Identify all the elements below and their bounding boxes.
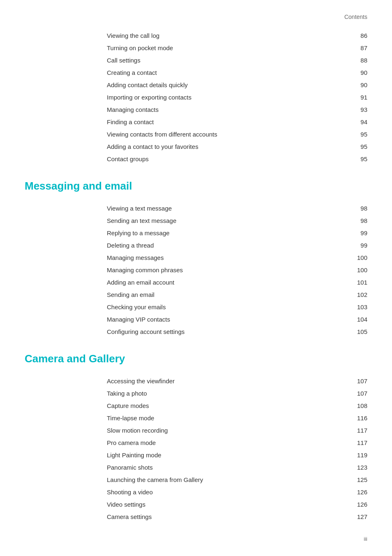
toc-entry-page: 101 xyxy=(351,278,367,287)
toc-entry-text: Importing or exporting contacts xyxy=(107,93,351,102)
toc-entry-text: Sending an email xyxy=(107,290,351,300)
toc-entry[interactable]: Finding a contact94 xyxy=(25,116,367,128)
toc-entry-text: Time-lapse mode xyxy=(107,413,351,423)
toc-section-messaging-section: Messaging and emailViewing a text messag… xyxy=(25,178,367,338)
toc-entry-page: 86 xyxy=(351,31,367,41)
toc-section-camera-section: Camera and GalleryAccessing the viewfind… xyxy=(25,350,367,523)
toc-entry-page: 98 xyxy=(351,204,367,213)
toc-entry-page: 104 xyxy=(351,315,367,324)
toc-entry[interactable]: Viewing contacts from different accounts… xyxy=(25,128,367,141)
toc-entry-page: 95 xyxy=(351,154,367,164)
toc-entry[interactable]: Deleting a thread99 xyxy=(25,239,367,252)
toc-section-contacts-section: Viewing the call log86Turning on pocket … xyxy=(25,30,367,165)
toc-entry-text: Camera settings xyxy=(107,512,351,522)
toc-entry[interactable]: Call settings88 xyxy=(25,54,367,67)
toc-entry-page: 107 xyxy=(351,389,367,398)
toc-entry-text: Viewing the call log xyxy=(107,31,351,41)
toc-entry-page: 116 xyxy=(351,413,367,423)
toc-entry-text: Managing contacts xyxy=(107,105,351,115)
toc-entry-page: 117 xyxy=(351,426,367,436)
toc-entry[interactable]: Viewing the call log86 xyxy=(25,30,367,42)
toc-entry-text: Video settings xyxy=(107,500,351,510)
toc-entry-text: Managing VIP contacts xyxy=(107,315,351,324)
page: Contents Viewing the call log86Turning o… xyxy=(0,0,392,556)
toc-entry-page: 103 xyxy=(351,302,367,312)
toc-entry[interactable]: Managing contacts93 xyxy=(25,104,367,116)
toc-entry-text: Taking a photo xyxy=(107,389,351,398)
toc-entry-text: Adding an email account xyxy=(107,278,351,287)
toc-entry[interactable]: Managing common phrases100 xyxy=(25,264,367,276)
toc-entry-text: Sending an text message xyxy=(107,216,351,226)
toc-entry-page: 95 xyxy=(351,130,367,139)
toc-entry-text: Panoramic shots xyxy=(107,463,351,473)
toc-entry-page: 99 xyxy=(351,241,367,250)
toc-entry[interactable]: Capture modes108 xyxy=(25,400,367,412)
toc-entry[interactable]: Light Painting mode119 xyxy=(25,449,367,461)
toc-entry-text: Configuring account settings xyxy=(107,327,351,337)
toc-entry[interactable]: Slow motion recording117 xyxy=(25,424,367,437)
toc-entry-text: Creating a contact xyxy=(107,68,351,78)
toc-entry[interactable]: Taking a photo107 xyxy=(25,387,367,400)
toc-entry[interactable]: Adding an email account101 xyxy=(25,276,367,289)
section-heading-messaging-section: Messaging and email xyxy=(25,178,367,195)
toc-entry-text: Viewing contacts from different accounts xyxy=(107,130,351,139)
toc-entry-text: Replying to a message xyxy=(107,228,351,238)
toc-entry[interactable]: Contact groups95 xyxy=(25,153,367,165)
toc-entry-text: Accessing the viewfinder xyxy=(107,376,351,386)
toc-entry[interactable]: Checking your emails103 xyxy=(25,301,367,313)
toc-entry-text: Launching the camera from Gallery xyxy=(107,475,351,485)
toc-entry-text: Turning on pocket mode xyxy=(107,43,351,53)
toc-entry-page: 107 xyxy=(351,376,367,386)
toc-entry[interactable]: Sending an email102 xyxy=(25,289,367,301)
toc-entry-page: 127 xyxy=(351,512,367,522)
toc-entry[interactable]: Sending an text message98 xyxy=(25,215,367,227)
toc-entry[interactable]: Creating a contact90 xyxy=(25,67,367,79)
toc-entry[interactable]: Pro camera mode117 xyxy=(25,437,367,449)
contents-label: Contents xyxy=(25,12,367,21)
toc-entry[interactable]: Launching the camera from Gallery125 xyxy=(25,474,367,486)
toc-entry[interactable]: Adding contact details quickly90 xyxy=(25,79,367,91)
toc-entry[interactable]: Shooting a video126 xyxy=(25,486,367,498)
page-footer: iii xyxy=(364,535,367,544)
toc-entry[interactable]: Configuring account settings105 xyxy=(25,326,367,338)
toc-entry[interactable]: Managing VIP contacts104 xyxy=(25,313,367,326)
toc-entry[interactable]: Turning on pocket mode87 xyxy=(25,42,367,54)
toc-entry-text: Checking your emails xyxy=(107,302,351,312)
toc-entry[interactable]: Viewing a text message98 xyxy=(25,202,367,215)
toc-entry-page: 99 xyxy=(351,228,367,238)
toc-entry-text: Viewing a text message xyxy=(107,204,351,213)
toc-entry-text: Shooting a video xyxy=(107,487,351,497)
toc-entry-text: Pro camera mode xyxy=(107,438,351,448)
toc-entry-text: Call settings xyxy=(107,56,351,65)
toc-entry-page: 91 xyxy=(351,93,367,102)
toc-entry-page: 88 xyxy=(351,56,367,65)
toc-entry[interactable]: Adding a contact to your favorites95 xyxy=(25,141,367,153)
toc-entry-page: 93 xyxy=(351,105,367,115)
toc-entry[interactable]: Panoramic shots123 xyxy=(25,461,367,474)
toc-entry-page: 100 xyxy=(351,265,367,275)
toc-entry[interactable]: Replying to a message99 xyxy=(25,227,367,239)
toc-entry-page: 117 xyxy=(351,438,367,448)
toc-entry-page: 87 xyxy=(351,43,367,53)
toc-entry-text: Finding a contact xyxy=(107,117,351,127)
toc-entry[interactable]: Video settings126 xyxy=(25,498,367,511)
toc-entry-text: Adding contact details quickly xyxy=(107,80,351,90)
toc-entry-page: 105 xyxy=(351,327,367,337)
toc-entry[interactable]: Managing messages100 xyxy=(25,252,367,264)
toc-entry-page: 123 xyxy=(351,463,367,473)
toc-entry-text: Managing common phrases xyxy=(107,265,351,275)
toc-entry[interactable]: Camera settings127 xyxy=(25,511,367,523)
toc-entry-text: Adding a contact to your favorites xyxy=(107,142,351,152)
toc-entry-page: 98 xyxy=(351,216,367,226)
toc-entry-page: 126 xyxy=(351,500,367,510)
toc-entry-page: 126 xyxy=(351,487,367,497)
toc-entry-page: 95 xyxy=(351,142,367,152)
toc-entry-page: 102 xyxy=(351,290,367,300)
toc-entry-page: 94 xyxy=(351,117,367,127)
toc-entry-page: 119 xyxy=(351,450,367,460)
toc-entry[interactable]: Accessing the viewfinder107 xyxy=(25,375,367,387)
toc-entry[interactable]: Time-lapse mode116 xyxy=(25,412,367,424)
toc-entry[interactable]: Importing or exporting contacts91 xyxy=(25,91,367,104)
toc-entry-text: Slow motion recording xyxy=(107,426,351,436)
toc-container: Viewing the call log86Turning on pocket … xyxy=(25,30,367,523)
